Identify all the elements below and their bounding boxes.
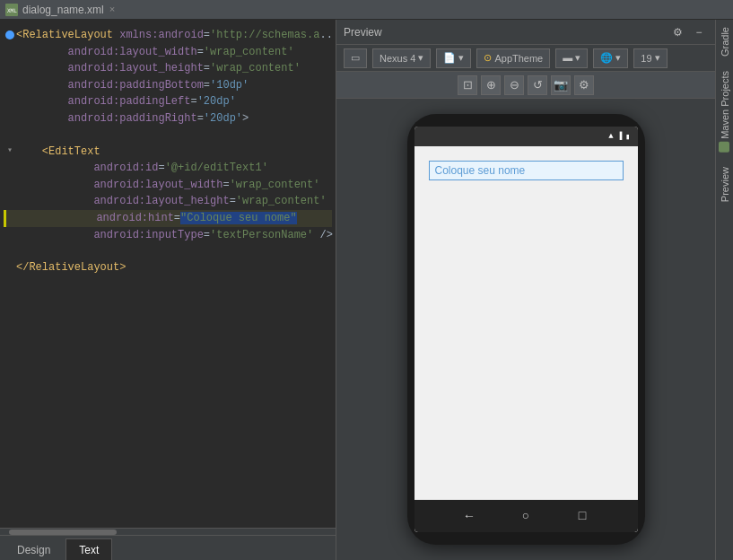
battery-icon: ▮ — [625, 132, 630, 142]
editor-line: </RelativeLayout> — [4, 259, 332, 276]
code-line[interactable]: android:paddingLeft='20dp' — [16, 93, 332, 110]
editor-content[interactable]: ▾<RelativeLayout xmlns:android='http://s… — [0, 20, 336, 528]
theme-label: AppTheme — [494, 53, 543, 64]
maven-icon — [720, 142, 730, 153]
code-line[interactable]: android:layout_width='wrap_content' — [16, 44, 332, 61]
editor-line: android:paddingBottom='10dp' — [4, 77, 332, 94]
device-toolbar: ▭ Nexus 4 ▾ 📄 ▾ ⊙ AppTheme ▬ ▾ 🌐 ▾ 19 ▾ — [336, 45, 715, 72]
editor-line: android:layout_width='wrap_content' — [4, 177, 332, 194]
signal-icon: ▐ — [617, 132, 622, 141]
locale-btn[interactable]: 📄 ▾ — [436, 48, 471, 68]
minus-icon-btn[interactable]: − — [690, 23, 708, 41]
code-line[interactable]: <EditText — [16, 144, 332, 161]
zoom-settings-btn[interactable]: ⚙ — [574, 75, 594, 95]
zoom-fit-btn[interactable]: ⊡ — [458, 75, 477, 95]
maven-side-tab[interactable]: Maven Projects — [716, 64, 733, 160]
editor-line: ▾ <EditText — [4, 144, 332, 161]
editor-line: android:hint="Coloque seu nome" — [4, 210, 332, 227]
theme-btn[interactable]: ⊙ AppTheme — [476, 48, 550, 68]
api-selector-btn[interactable]: 19 ▾ — [633, 48, 667, 68]
api-label: 19 — [641, 53, 651, 64]
phone-mockup: ▲ ▐ ▮ Coloque seu nome ← ○ □ — [407, 114, 645, 545]
screenshot-btn[interactable]: 📷 — [551, 75, 571, 95]
zoom-toolbar: ⊡ ⊕ ⊖ ↺ 📷 ⚙ — [336, 72, 715, 99]
code-line[interactable]: android:id='@+id/editText1' — [16, 160, 332, 177]
close-tab-button[interactable]: × — [109, 4, 116, 15]
zoom-in-btn[interactable]: ⊕ — [481, 75, 501, 95]
code-line[interactable]: </RelativeLayout> — [16, 259, 332, 276]
phone-screen: ▲ ▐ ▮ Coloque seu nome ← ○ □ — [414, 127, 638, 532]
scrollbar-thumb[interactable] — [9, 529, 117, 535]
device-label: Nexus 4 — [380, 53, 415, 64]
right-side-panel: Gradle Maven Projects Preview — [715, 20, 733, 560]
preview-title: Preview — [344, 26, 668, 39]
editor-line: android:layout_height='wrap_content' — [4, 60, 332, 77]
main-area: ▾<RelativeLayout xmlns:android='http://s… — [0, 20, 733, 560]
code-line[interactable]: <RelativeLayout xmlns:android='http://sc… — [16, 27, 333, 44]
editor-panel: ▾<RelativeLayout xmlns:android='http://s… — [0, 20, 336, 560]
phone-bottom-bar: ← ○ □ — [414, 500, 638, 532]
wifi-icon: ▲ — [608, 132, 613, 141]
breakpoint-dot[interactable] — [5, 31, 14, 39]
title-bar: XML dialog_name.xml × — [0, 0, 733, 20]
file-icon: XML — [5, 4, 18, 16]
tab-design[interactable]: Design — [4, 538, 64, 560]
fold-arrow[interactable]: ▾ — [4, 144, 16, 158]
editor-line: android:paddingLeft='20dp' — [4, 93, 332, 110]
editor-line: android:paddingRight='20dp'> — [4, 110, 332, 127]
svg-text:XML: XML — [7, 7, 17, 13]
editor-line: android:id='@+id/editText1' — [4, 160, 332, 177]
code-line[interactable]: android:inputType='textPersonName' /> — [16, 227, 333, 244]
editor-line: ▾<RelativeLayout xmlns:android='http://s… — [4, 27, 332, 44]
code-line[interactable]: android:paddingBottom='10dp' — [16, 77, 332, 94]
home-nav-btn[interactable]: ○ — [522, 509, 529, 523]
editor-line — [4, 243, 332, 259]
device-selector-btn[interactable]: Nexus 4 ▾ — [372, 48, 431, 68]
back-nav-btn[interactable]: ← — [466, 509, 473, 523]
preview-header: Preview ⚙ − — [336, 20, 715, 45]
preview-side-tab[interactable]: Preview — [716, 160, 733, 209]
gradle-side-tab[interactable]: Gradle — [716, 20, 733, 64]
code-line[interactable]: android:hint="Coloque seu nome" — [19, 210, 332, 227]
editor-line: android:inputType='textPersonName' /> — [4, 227, 332, 244]
refresh-btn[interactable]: ↺ — [528, 75, 547, 95]
editor-line: android:layout_width='wrap_content' — [4, 44, 332, 61]
phone-app-content: Coloque seu nome — [414, 146, 638, 500]
preview-toolbar-icons: ⚙ − — [668, 23, 708, 41]
phone-status-bar: ▲ ▐ ▮ — [414, 127, 638, 146]
code-line[interactable]: android:layout_width='wrap_content' — [16, 177, 332, 194]
editor-line — [4, 127, 332, 144]
tab-text[interactable]: Text — [65, 538, 112, 560]
code-line[interactable]: android:paddingRight='20dp'> — [16, 110, 332, 127]
preview-panel: Preview ⚙ − ▭ Nexus 4 ▾ 📄 ▾ ⊙ AppTheme — [336, 20, 715, 560]
tab-filename: dialog_name.xml — [22, 4, 104, 16]
bottom-tabs: Design Text — [0, 535, 336, 560]
orientation-btn[interactable]: ▬ ▾ — [555, 48, 588, 68]
layout-btn[interactable]: ▭ — [344, 48, 367, 68]
preview-content: ▲ ▐ ▮ Coloque seu nome ← ○ □ — [336, 99, 715, 560]
code-line[interactable]: android:layout_height='wrap_content' — [16, 60, 332, 77]
code-line[interactable]: android:layout_height='wrap_content' — [16, 193, 332, 210]
zoom-out-btn[interactable]: ⊖ — [504, 75, 524, 95]
settings-icon-btn[interactable]: ⚙ — [668, 23, 686, 41]
locale-flag-btn[interactable]: 🌐 ▾ — [593, 48, 628, 68]
edit-text-field[interactable]: Coloque seu nome — [429, 161, 624, 180]
editor-line: android:layout_height='wrap_content' — [4, 193, 332, 210]
recents-nav-btn[interactable]: □ — [579, 509, 586, 523]
scrollbar[interactable] — [0, 528, 336, 535]
